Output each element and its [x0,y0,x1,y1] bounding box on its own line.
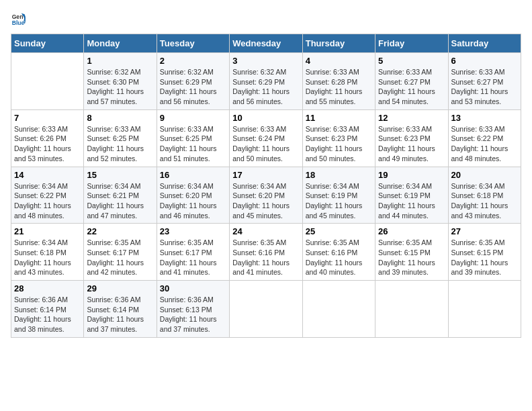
day-cell: 14Sunrise: 6:34 AM Sunset: 6:22 PM Dayli… [11,167,84,224]
day-cell: 27Sunrise: 6:35 AM Sunset: 6:15 PM Dayli… [448,224,521,281]
day-cell: 23Sunrise: 6:35 AM Sunset: 6:17 PM Dayli… [157,224,229,281]
day-number: 28 [14,283,81,293]
col-header-thursday: Thursday [302,34,375,53]
day-number: 6 [451,56,518,66]
day-detail: Sunrise: 6:33 AM Sunset: 6:26 PM Dayligh… [14,124,81,164]
day-number: 12 [378,113,445,123]
day-detail: Sunrise: 6:34 AM Sunset: 6:20 PM Dayligh… [232,181,299,221]
day-detail: Sunrise: 6:35 AM Sunset: 6:16 PM Dayligh… [232,238,299,277]
day-detail: Sunrise: 6:35 AM Sunset: 6:17 PM Dayligh… [87,238,153,277]
day-number: 26 [378,226,445,236]
col-header-monday: Monday [84,34,157,53]
day-cell: 10Sunrise: 6:33 AM Sunset: 6:24 PM Dayli… [230,109,302,167]
day-detail: Sunrise: 6:35 AM Sunset: 6:16 PM Dayligh… [306,238,372,277]
day-detail: Sunrise: 6:33 AM Sunset: 6:24 PM Dayligh… [232,124,299,164]
day-cell [448,281,521,338]
day-detail: Sunrise: 6:35 AM Sunset: 6:15 PM Dayligh… [451,238,518,277]
col-header-tuesday: Tuesday [157,34,229,53]
day-number: 17 [232,170,299,180]
day-cell: 8Sunrise: 6:33 AM Sunset: 6:25 PM Daylig… [84,109,157,167]
day-detail: Sunrise: 6:34 AM Sunset: 6:21 PM Dayligh… [87,181,153,221]
day-detail: Sunrise: 6:34 AM Sunset: 6:19 PM Dayligh… [378,181,445,221]
week-row-5: 28Sunrise: 6:36 AM Sunset: 6:14 PM Dayli… [11,281,521,338]
col-header-sunday: Sunday [11,34,84,53]
day-number: 2 [160,56,226,66]
day-detail: Sunrise: 6:33 AM Sunset: 6:23 PM Dayligh… [306,124,372,164]
day-detail: Sunrise: 6:33 AM Sunset: 6:28 PM Dayligh… [306,67,372,107]
svg-text:Blue: Blue [12,19,25,26]
day-cell: 17Sunrise: 6:34 AM Sunset: 6:20 PM Dayli… [230,167,302,224]
day-number: 29 [87,283,153,293]
day-cell: 13Sunrise: 6:33 AM Sunset: 6:22 PM Dayli… [448,109,521,167]
day-cell: 5Sunrise: 6:33 AM Sunset: 6:27 PM Daylig… [375,53,448,110]
day-detail: Sunrise: 6:34 AM Sunset: 6:18 PM Dayligh… [451,181,518,221]
day-number: 14 [14,170,81,180]
day-cell: 4Sunrise: 6:33 AM Sunset: 6:28 PM Daylig… [302,53,375,110]
header-row: SundayMondayTuesdayWednesdayThursdayFrid… [11,34,521,53]
week-row-3: 14Sunrise: 6:34 AM Sunset: 6:22 PM Dayli… [11,167,521,224]
day-number: 15 [87,170,153,180]
day-number: 10 [232,113,299,123]
day-cell: 28Sunrise: 6:36 AM Sunset: 6:14 PM Dayli… [11,281,84,338]
day-cell: 2Sunrise: 6:32 AM Sunset: 6:29 PM Daylig… [157,53,229,110]
day-detail: Sunrise: 6:34 AM Sunset: 6:22 PM Dayligh… [14,181,81,221]
day-detail: Sunrise: 6:34 AM Sunset: 6:19 PM Dayligh… [306,181,372,221]
day-detail: Sunrise: 6:33 AM Sunset: 6:22 PM Dayligh… [451,124,518,164]
day-number: 20 [451,170,518,180]
day-number: 22 [87,226,153,236]
day-number: 5 [378,56,445,66]
day-number: 7 [14,113,81,123]
day-detail: Sunrise: 6:33 AM Sunset: 6:25 PM Dayligh… [160,124,226,164]
day-cell: 24Sunrise: 6:35 AM Sunset: 6:16 PM Dayli… [230,224,302,281]
day-number: 24 [232,226,299,236]
day-detail: Sunrise: 6:32 AM Sunset: 6:29 PM Dayligh… [232,67,299,107]
col-header-wednesday: Wednesday [230,34,302,53]
calendar-table: SundayMondayTuesdayWednesdayThursdayFrid… [11,34,521,338]
day-detail: Sunrise: 6:33 AM Sunset: 6:25 PM Dayligh… [87,124,153,164]
day-cell [230,281,302,338]
day-number: 13 [451,113,518,123]
day-number: 9 [160,113,226,123]
day-number: 21 [14,226,81,236]
day-number: 8 [87,113,153,123]
day-detail: Sunrise: 6:36 AM Sunset: 6:14 PM Dayligh… [14,295,81,334]
day-cell [375,281,448,338]
day-cell: 25Sunrise: 6:35 AM Sunset: 6:16 PM Dayli… [302,224,375,281]
day-cell: 21Sunrise: 6:34 AM Sunset: 6:18 PM Dayli… [11,224,84,281]
day-detail: Sunrise: 6:33 AM Sunset: 6:23 PM Dayligh… [378,124,445,164]
day-cell: 19Sunrise: 6:34 AM Sunset: 6:19 PM Dayli… [375,167,448,224]
day-cell: 20Sunrise: 6:34 AM Sunset: 6:18 PM Dayli… [448,167,521,224]
week-row-4: 21Sunrise: 6:34 AM Sunset: 6:18 PM Dayli… [11,224,521,281]
day-cell: 29Sunrise: 6:36 AM Sunset: 6:14 PM Dayli… [84,281,157,338]
day-number: 25 [306,226,372,236]
day-cell: 1Sunrise: 6:32 AM Sunset: 6:30 PM Daylig… [84,53,157,110]
day-detail: Sunrise: 6:34 AM Sunset: 6:18 PM Dayligh… [14,238,81,277]
col-header-saturday: Saturday [448,34,521,53]
day-cell: 9Sunrise: 6:33 AM Sunset: 6:25 PM Daylig… [157,109,229,167]
day-detail: Sunrise: 6:32 AM Sunset: 6:30 PM Dayligh… [87,67,153,107]
day-number: 30 [160,283,226,293]
day-number: 4 [306,56,372,66]
day-cell: 6Sunrise: 6:33 AM Sunset: 6:27 PM Daylig… [448,53,521,110]
day-number: 23 [160,226,226,236]
day-cell: 12Sunrise: 6:33 AM Sunset: 6:23 PM Dayli… [375,109,448,167]
day-cell: 15Sunrise: 6:34 AM Sunset: 6:21 PM Dayli… [84,167,157,224]
day-detail: Sunrise: 6:36 AM Sunset: 6:14 PM Dayligh… [87,295,153,334]
day-cell [302,281,375,338]
day-cell: 16Sunrise: 6:34 AM Sunset: 6:20 PM Dayli… [157,167,229,224]
header: Gen Blue [11,11,521,27]
week-row-1: 1Sunrise: 6:32 AM Sunset: 6:30 PM Daylig… [11,53,521,110]
day-number: 1 [87,56,153,66]
day-detail: Sunrise: 6:35 AM Sunset: 6:17 PM Dayligh… [160,238,226,277]
day-cell: 22Sunrise: 6:35 AM Sunset: 6:17 PM Dayli… [84,224,157,281]
day-number: 16 [160,170,226,180]
day-detail: Sunrise: 6:34 AM Sunset: 6:20 PM Dayligh… [160,181,226,221]
day-number: 3 [232,56,299,66]
day-number: 11 [306,113,372,123]
day-detail: Sunrise: 6:32 AM Sunset: 6:29 PM Dayligh… [160,67,226,107]
day-number: 27 [451,226,518,236]
day-number: 19 [378,170,445,180]
col-header-friday: Friday [375,34,448,53]
day-cell: 11Sunrise: 6:33 AM Sunset: 6:23 PM Dayli… [302,109,375,167]
day-cell: 7Sunrise: 6:33 AM Sunset: 6:26 PM Daylig… [11,109,84,167]
